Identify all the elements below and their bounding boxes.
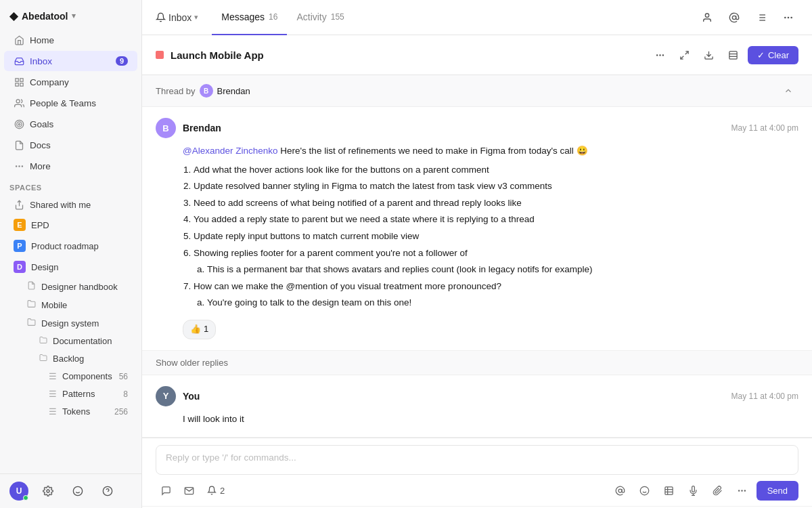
- table-reply-icon[interactable]: [659, 480, 679, 501]
- svg-rect-0: [15, 78, 18, 81]
- sidebar-item-tokens[interactable]: ☰ Tokens 256: [4, 403, 137, 420]
- svg-rect-42: [665, 487, 673, 494]
- thread-more-icon[interactable]: [650, 45, 671, 65]
- list-item: Update resolved banner styling in Figma …: [194, 179, 798, 194]
- at-icon[interactable]: [724, 7, 744, 28]
- svg-point-4: [16, 99, 20, 102]
- inbox-dropdown[interactable]: Inbox ▾: [156, 12, 212, 23]
- notification-count[interactable]: 2: [202, 480, 230, 501]
- thread-by-user: Thread by B Brendan: [156, 84, 250, 98]
- topbar-tabs: Messages 16 Activity 155: [212, 0, 354, 35]
- sidebar-item-design[interactable]: D Design: [4, 257, 137, 277]
- topbar-more-icon[interactable]: [778, 7, 798, 28]
- svg-point-12: [47, 490, 49, 492]
- reply-placeholder: Reply or type '/' for commands...: [166, 452, 296, 463]
- emoji-reply-icon[interactable]: [635, 480, 655, 501]
- list-item: Update reply input buttons to match curr…: [194, 229, 798, 244]
- sidebar-item-mobile[interactable]: Mobile: [4, 296, 137, 314]
- design-label: Design: [31, 262, 58, 272]
- main-panel: Inbox ▾ Messages 16 Activity 155: [142, 0, 812, 508]
- svg-point-48: [742, 490, 742, 491]
- sidebar-item-epd[interactable]: E EPD: [4, 215, 137, 235]
- sidebar-item-company[interactable]: Company: [4, 72, 137, 92]
- reply-comment-icon[interactable]: [156, 480, 176, 501]
- reply-email-icon[interactable]: [179, 480, 199, 501]
- svg-rect-35: [729, 51, 737, 58]
- svg-point-6: [16, 121, 22, 127]
- sidebar-item-product[interactable]: P Product roadmap: [4, 236, 137, 256]
- sidebar-bottom: U: [0, 473, 141, 508]
- layout-icon[interactable]: [723, 45, 744, 65]
- sidebar-item-patterns[interactable]: ☰ Patterns 8: [4, 385, 137, 402]
- app-chevron: ▾: [72, 12, 76, 20]
- sidebar-item-inbox[interactable]: Inbox 9: [4, 51, 137, 71]
- sidebar-item-shared[interactable]: Shared with me: [4, 195, 137, 214]
- sidebar-item-docs[interactable]: Docs: [4, 135, 137, 155]
- sidebar-item-components[interactable]: ☰ Components 56: [4, 368, 137, 385]
- download-icon[interactable]: [699, 45, 719, 65]
- settings-icon[interactable]: [38, 481, 58, 501]
- message1-text: Here's the list of refinements we need t…: [278, 146, 588, 156]
- inbox-badge: 9: [116, 56, 128, 66]
- expand-icon[interactable]: [675, 45, 695, 65]
- reply-input[interactable]: Reply or type '/' for commands...: [156, 445, 798, 475]
- sidebar-item-design-system[interactable]: Design system: [4, 314, 137, 332]
- message2-header: Y You May 11 at 4:00 pm: [156, 386, 798, 406]
- at-reply-icon[interactable]: [610, 480, 631, 501]
- emoji-bottom-icon[interactable]: [68, 481, 88, 501]
- message2-time: May 11 at 4:00 pm: [731, 391, 798, 401]
- svg-point-31: [657, 54, 658, 55]
- message2-text: I will look into it: [183, 414, 244, 424]
- person-icon[interactable]: [697, 7, 717, 28]
- app-header[interactable]: ◆ Abedatool ▾: [0, 0, 141, 29]
- tab-messages[interactable]: Messages 16: [212, 0, 287, 35]
- tab-activity[interactable]: Activity 155: [287, 0, 353, 35]
- svg-point-10: [16, 165, 16, 166]
- svg-point-29: [660, 54, 660, 55]
- clear-button[interactable]: ✓ Clear: [748, 46, 798, 64]
- tokens-count: 256: [114, 407, 128, 417]
- thread-color-dot: [156, 51, 164, 59]
- messages-tab-count: 16: [269, 12, 277, 22]
- filter-icon[interactable]: [751, 7, 771, 28]
- sidebar-item-designer-handbook[interactable]: Designer handbook: [4, 278, 137, 295]
- reply-area: Reply or type '/' for commands... 2: [142, 438, 812, 506]
- reaction-emoji: 👍: [190, 322, 201, 337]
- folder3-icon: [39, 354, 47, 364]
- collapse-thread-icon[interactable]: [778, 81, 798, 101]
- list-item: Add what the hover actions look like for…: [194, 163, 798, 177]
- svg-rect-1: [20, 78, 22, 81]
- more-reply-icon[interactable]: [732, 480, 752, 501]
- reply-toolbar-right: Send: [610, 480, 798, 501]
- sidebar-item-goals[interactable]: Goals: [4, 114, 137, 134]
- sidebar-nav: Home Inbox 9 Company People & Teams: [0, 29, 141, 473]
- svg-point-18: [705, 14, 708, 17]
- help-icon[interactable]: [97, 481, 118, 501]
- show-older-replies[interactable]: Show older replies: [142, 351, 812, 375]
- svg-point-38: [618, 489, 622, 492]
- inbox-icon: [14, 56, 24, 66]
- design-dot: D: [14, 261, 26, 273]
- mic-icon[interactable]: [683, 480, 704, 501]
- reaction-thumbsup[interactable]: 👍 1: [183, 320, 216, 339]
- design-system-label: Design system: [41, 318, 99, 329]
- patterns-count: 8: [123, 389, 128, 399]
- message2-body: I will look into it: [183, 412, 798, 427]
- sidebar-item-more[interactable]: More: [4, 156, 137, 176]
- list-subitem: You're going to talk to the design team …: [207, 295, 798, 310]
- send-button[interactable]: Send: [757, 481, 798, 501]
- clear-checkmark: ✓: [757, 50, 765, 60]
- svg-point-19: [732, 16, 736, 19]
- goals-icon: [14, 119, 24, 129]
- thread-header: Launch Mobile App ✓ Clear: [142, 35, 812, 75]
- sidebar-item-backlog[interactable]: Backlog: [4, 350, 137, 367]
- sidebar-item-documentation[interactable]: Documentation: [4, 333, 137, 350]
- attachment-icon[interactable]: [708, 480, 728, 501]
- you-avatar: Y: [156, 386, 176, 406]
- sidebar-item-home[interactable]: Home: [4, 30, 137, 50]
- svg-line-32: [685, 51, 688, 54]
- people-icon: [14, 98, 24, 108]
- sidebar-item-people[interactable]: People & Teams: [4, 93, 137, 113]
- product-dot: P: [14, 240, 26, 252]
- svg-point-39: [640, 486, 649, 495]
